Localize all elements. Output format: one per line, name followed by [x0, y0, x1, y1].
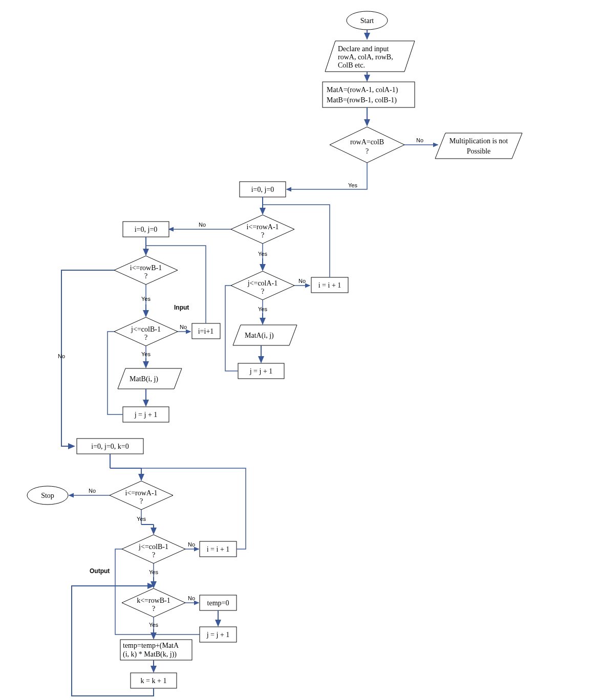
label-no: No [188, 595, 195, 601]
decision-irowA-A-l2: ? [261, 231, 264, 239]
label-yes: Yes [348, 182, 357, 188]
io-not-possible-l1: Multiplication is not [449, 137, 508, 145]
label-no: No [188, 541, 195, 548]
line [225, 286, 238, 371]
process-iinc-B-text: i=i+1 [198, 327, 214, 335]
label-yes: Yes [149, 569, 158, 575]
process-kinc-text: k = k + 1 [141, 677, 167, 685]
label-no: No [298, 278, 306, 284]
label-no: No [416, 137, 423, 143]
label-no: No [199, 222, 206, 228]
decision-jcolB-l1: j<=colB-1 [131, 325, 161, 333]
process-i0j0-B-text: i=0, j=0 [135, 226, 158, 233]
decision-irowA-C-l1: i<=rowA-1 [125, 489, 157, 497]
process-iinc-C-text: i = i + 1 [207, 545, 230, 553]
decision-jcolB-C-l1: j<=colB-1 [138, 543, 168, 551]
start-label: Start [360, 17, 374, 25]
label-yes: Yes [141, 351, 151, 357]
process-matdecl-l1: MatA=(rowA-1, colA-1) [327, 86, 398, 94]
decision-jcolB-C-l2: ? [152, 551, 155, 559]
stop-label: Stop [41, 492, 54, 499]
process-tempcalc-l1: temp=temp+(MatA [123, 642, 179, 650]
decision-irowB-l2: ? [144, 272, 147, 280]
decision-irowB-l1: i<=rowB-1 [130, 264, 162, 272]
decision-rowA-colB-l2: ? [366, 147, 369, 155]
label-no: No [180, 324, 187, 330]
decision-jcolA-l1: j<=colA-1 [247, 279, 278, 287]
section-label-input: Input [174, 304, 189, 311]
label-yes: Yes [149, 622, 158, 628]
process-temp0-text: temp=0 [207, 599, 229, 607]
label-yes: Yes [141, 296, 151, 302]
decision-irowA-A-l1: i<=rowA-1 [246, 223, 278, 231]
io-matB-text: MatB(i, j) [130, 375, 158, 383]
decision-jcolA-l2: ? [261, 288, 264, 295]
process-iinc-A-text: i = i + 1 [318, 281, 341, 289]
decision-rowA-colB-l1: rowA=colB [350, 138, 384, 146]
label-no: No [58, 353, 65, 359]
section-label-output: Output [90, 567, 110, 575]
decision-jcolB-l2: ? [144, 334, 147, 341]
label-no: No [89, 488, 96, 494]
arrow [61, 270, 114, 446]
process-matdecl-l2: MatB=(rowB-1, colB-1) [327, 96, 397, 104]
process-jinc-B-text: j = j + 1 [134, 411, 158, 419]
decision-krowB-l1: k<=rowB-1 [137, 597, 170, 604]
io-matA-text: MatA(i, j) [245, 332, 274, 340]
line [108, 332, 123, 414]
decision-irowA-C-l2: ? [140, 497, 143, 505]
label-yes: Yes [137, 516, 146, 522]
decision-krowB-l2: ? [152, 605, 155, 612]
label-yes: Yes [258, 306, 267, 312]
process-i0j0-A-text: i=0, j=0 [251, 186, 274, 193]
line [263, 205, 330, 277]
line [146, 246, 206, 323]
process-tempcalc-l2: (i, k) * MatB(k, j)) [123, 650, 177, 659]
process-jinc-A-text: j = j + 1 [249, 367, 273, 375]
process-jinc-C-text: j = j + 1 [206, 631, 230, 639]
label-yes: Yes [258, 251, 267, 257]
io-not-possible-l2: Possible [467, 147, 491, 155]
process-i0j0k0-text: i=0, j=0, k=0 [91, 443, 128, 450]
